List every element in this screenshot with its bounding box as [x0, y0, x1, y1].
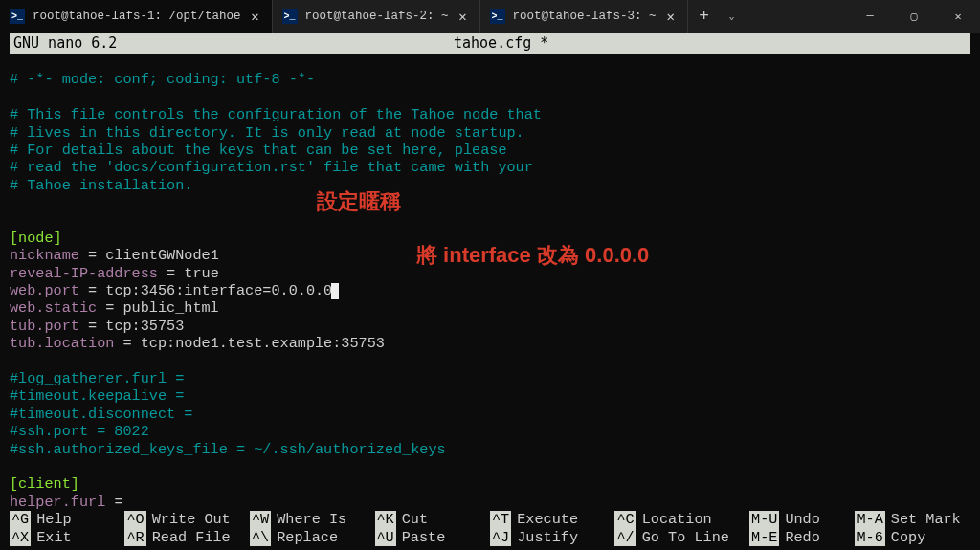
shortcut-item: ^\Replace: [250, 529, 375, 546]
shortcut-column: ^GHelp^XExit: [10, 511, 124, 546]
shortcut-item: ^CLocation: [614, 511, 749, 528]
config-value: = true: [158, 265, 219, 282]
shortcut-desc: Go To Line: [642, 529, 729, 546]
config-comment: #timeout.keepalive =: [10, 387, 184, 405]
nano-filename: tahoe.cfg *: [454, 33, 967, 54]
new-tab-button[interactable]: +: [688, 7, 721, 26]
config-key: web.port: [10, 282, 79, 299]
config-value: = tcp:3456:interface=0.0.0.0: [79, 282, 332, 299]
nano-version: GNU nano 6.2: [13, 33, 454, 54]
config-value: =: [105, 494, 122, 511]
shortcut-item: ^WWhere Is: [250, 511, 375, 528]
config-comment: # lives in this directory. It is only re…: [10, 124, 524, 142]
shortcut-item: ^XExit: [10, 529, 124, 546]
config-section: [client]: [10, 475, 79, 493]
shortcut-column: M-UUndoM-ERedo: [749, 511, 855, 546]
shortcut-desc: Copy: [891, 529, 925, 546]
config-key: tub.port: [10, 318, 79, 335]
shortcut-desc: Replace: [277, 529, 338, 546]
config-key: reveal-IP-address: [10, 265, 158, 282]
shortcut-item: ^TExecute: [490, 511, 615, 528]
shortcut-item: ^UPaste: [375, 529, 490, 546]
shortcut-key: ^/: [614, 529, 635, 546]
text-cursor: [331, 283, 339, 299]
maximize-button[interactable]: ▢: [892, 0, 936, 33]
nano-title-bar: GNU nano 6.2 tahoe.cfg *: [10, 33, 970, 54]
config-comment: # For details about the keys that can be…: [10, 142, 507, 159]
config-key: tub.location: [10, 335, 114, 352]
shortcut-column: ^KCut^UPaste: [375, 511, 490, 546]
tab-title: root@tahoe-lafs-3: ~: [513, 10, 657, 23]
shortcut-desc: Redo: [785, 529, 819, 546]
tab-1[interactable]: >_ root@tahoe-lafs-1: /opt/tahoe ✕: [0, 0, 273, 33]
shortcut-item: M-ASet Mark: [855, 511, 969, 528]
shortcut-item: ^KCut: [375, 511, 490, 528]
tab-dropdown-button[interactable]: ⌄: [721, 11, 744, 22]
config-key: helper.furl: [10, 494, 105, 511]
shortcut-desc: Set Mark: [891, 511, 961, 528]
config-comment: # read the 'docs/configuration.rst' file…: [10, 159, 533, 176]
shortcut-column: ^OWrite Out^RRead File: [124, 511, 250, 546]
shortcut-item: ^RRead File: [124, 529, 250, 546]
shortcut-key: ^W: [250, 511, 271, 528]
tab-title: root@tahoe-lafs-1: /opt/tahoe: [33, 10, 241, 23]
shortcut-item: M-ERedo: [749, 529, 855, 546]
shortcut-key: ^X: [10, 529, 31, 546]
tab-title: root@tahoe-lafs-2: ~: [305, 10, 449, 23]
minimize-button[interactable]: —: [848, 0, 892, 33]
config-comment: # -*- mode: conf; coding: utf-8 -*-: [10, 71, 315, 88]
shortcut-desc: Undo: [785, 511, 819, 528]
shortcut-column: ^CLocation^/Go To Line: [614, 511, 749, 546]
nano-shortcuts: ^GHelp^XExit^OWrite Out^RRead File^WWher…: [0, 511, 980, 550]
shortcut-desc: Where Is: [277, 511, 346, 528]
config-comment: #log_gatherer.furl =: [10, 370, 184, 387]
config-comment: #ssh.authorized_keys_file = ~/.ssh/autho…: [10, 441, 446, 458]
shortcut-desc: Read File: [152, 529, 231, 546]
shortcut-key: ^T: [490, 511, 511, 528]
config-value: = clientGWNode1: [79, 247, 219, 264]
shortcut-key: M-U: [749, 511, 779, 528]
close-icon[interactable]: ✕: [457, 9, 470, 25]
powershell-icon: >_: [10, 9, 25, 24]
shortcut-key: ^U: [375, 529, 396, 546]
shortcut-item: M-UUndo: [749, 511, 855, 528]
config-key: nickname: [10, 247, 79, 264]
shortcut-desc: Exit: [36, 529, 71, 546]
shortcut-item: ^GHelp: [10, 511, 124, 528]
shortcut-key: ^K: [375, 511, 396, 528]
shortcut-key: ^J: [490, 529, 511, 546]
tab-3[interactable]: >_ root@tahoe-lafs-3: ~ ✕: [480, 0, 688, 33]
shortcut-key: M-E: [749, 529, 779, 546]
shortcut-key: ^R: [124, 529, 145, 546]
config-value: = tcp:35753: [79, 318, 184, 335]
config-comment: #ssh.port = 8022: [10, 423, 149, 440]
config-comment: #timeout.disconnect =: [10, 406, 192, 423]
shortcut-desc: Write Out: [152, 511, 231, 528]
powershell-icon: >_: [282, 9, 298, 24]
shortcut-item: M-6Copy: [855, 529, 969, 546]
config-section: [node]: [10, 230, 62, 247]
close-icon[interactable]: ✕: [664, 9, 678, 25]
shortcut-key: M-6: [855, 529, 884, 546]
shortcut-column: ^WWhere Is^\Replace: [250, 511, 375, 546]
shortcut-desc: Execute: [517, 511, 578, 528]
shortcut-desc: Help: [36, 511, 71, 528]
shortcut-desc: Paste: [402, 529, 446, 546]
tab-2[interactable]: >_ root@tahoe-lafs-2: ~ ✕: [273, 0, 480, 33]
close-window-button[interactable]: ✕: [936, 0, 980, 33]
shortcut-item: ^OWrite Out: [124, 511, 250, 528]
editor-area[interactable]: # -*- mode: conf; coding: utf-8 -*- # Th…: [0, 54, 980, 511]
shortcut-desc: Cut: [402, 511, 428, 528]
powershell-icon: >_: [490, 9, 505, 24]
shortcut-item: ^/Go To Line: [614, 529, 749, 546]
close-icon[interactable]: ✕: [249, 9, 262, 25]
shortcut-item: ^JJustify: [490, 529, 615, 546]
config-comment: # Tahoe installation.: [10, 177, 192, 194]
shortcut-desc: Justify: [517, 529, 578, 546]
config-value: = tcp:node1.test.example:35753: [114, 335, 385, 352]
shortcut-desc: Location: [642, 511, 712, 528]
shortcut-key: M-A: [855, 511, 884, 528]
window-titlebar: >_ root@tahoe-lafs-1: /opt/tahoe ✕ >_ ro…: [0, 0, 980, 33]
shortcut-key: ^G: [10, 511, 31, 528]
shortcut-column: ^TExecute^JJustify: [490, 511, 615, 546]
